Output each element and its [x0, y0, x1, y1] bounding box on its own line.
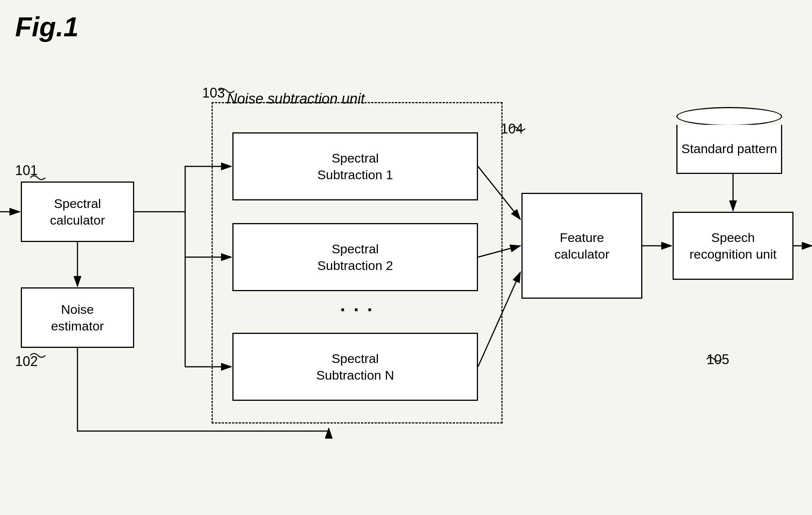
label-105: 105	[707, 352, 729, 368]
cylinder-top	[676, 107, 782, 126]
spectral-sub-n-box: Spectral Subtraction N	[232, 333, 478, 401]
spectral-sub-2-label: Spectral Subtraction 2	[317, 240, 393, 274]
spectral-sub-1-label: Spectral Subtraction 1	[317, 150, 393, 183]
speech-recognition-box: Speech recognition unit	[673, 212, 793, 280]
spectral-sub-n-label: Spectral Subtraction N	[316, 350, 394, 383]
noise-estimator-label: Noise estimator	[51, 301, 104, 334]
label-101: 101	[15, 163, 38, 178]
cylinder-body: Standard pattern	[676, 125, 782, 174]
spectral-calculator-box: Spectral calculator	[21, 181, 134, 242]
label-104: 104	[501, 121, 523, 137]
label-102: 102	[15, 354, 38, 369]
standard-pattern-label: Standard pattern	[681, 141, 777, 156]
ellipsis: · · ·	[340, 299, 374, 321]
figure-title: Fig.1	[15, 11, 79, 42]
standard-pattern-cylinder: Standard pattern	[676, 106, 782, 174]
spectral-sub-2-box: Spectral Subtraction 2	[232, 223, 478, 291]
feature-calculator-label: Feature calculator	[554, 229, 609, 262]
spectral-calculator-label: Spectral calculator	[50, 195, 105, 228]
diagram: Fig.1 101 102 103 104 105 Noise subtract…	[0, 0, 812, 515]
spectral-sub-1-box: Spectral Subtraction 1	[232, 132, 478, 200]
feature-calculator-box: Feature calculator	[521, 193, 642, 299]
label-103: 103	[202, 85, 225, 101]
noise-estimator-box: Noise estimator	[21, 287, 134, 348]
speech-recognition-label: Speech recognition unit	[690, 229, 777, 262]
